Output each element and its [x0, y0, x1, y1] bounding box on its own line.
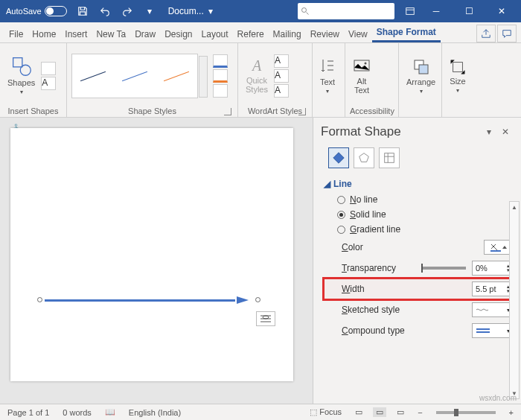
color-label: Color [342, 242, 484, 252]
page-indicator[interactable]: Page 1 of 1 [4, 408, 52, 417]
titlebar: AutoSave ▾ Docum... ▾ ─ ☐ ✕ [0, 0, 521, 22]
print-layout-icon[interactable]: ▭ [373, 407, 386, 417]
dialog-launcher-icon[interactable] [224, 108, 231, 115]
text-btn-label: Text [320, 77, 335, 86]
compound-label: Compound type [342, 325, 472, 336]
watermark: wsxdn.com [479, 394, 517, 402]
search-box[interactable] [298, 3, 394, 19]
tab-design[interactable]: Design [160, 26, 196, 42]
shapes-label: Shapes [7, 78, 35, 87]
svg-point-3 [20, 65, 31, 75]
close-button[interactable]: ✕ [485, 0, 518, 22]
tab-home[interactable]: Home [28, 26, 60, 42]
tab-insert[interactable]: Insert [60, 26, 92, 42]
shape-outline-button[interactable] [213, 69, 228, 83]
tab-layout[interactable]: Layout [197, 26, 233, 42]
group-label-wordart: WordArt Styles [243, 105, 307, 117]
tab-shape-format[interactable]: Shape Format [372, 24, 441, 42]
toggle-off-icon [45, 6, 67, 16]
word-count[interactable]: 0 words [60, 408, 95, 417]
tab-new[interactable]: New Ta [92, 26, 130, 42]
text-direction-button[interactable]: Text ▾ [317, 57, 338, 96]
arrange-button[interactable]: Arrange ▾ [403, 57, 438, 96]
layout-options-button[interactable] [256, 311, 275, 326]
shape-fill-button[interactable] [213, 54, 228, 68]
alt-text-button[interactable]: Alt Text [350, 56, 374, 96]
fill-line-tab[interactable] [328, 147, 349, 168]
size-label: Size [450, 77, 465, 86]
undo-icon[interactable] [95, 1, 115, 21]
solid-line-label: Solid line [350, 209, 386, 220]
language-indicator[interactable]: English (India) [126, 408, 184, 417]
zoom-out-button[interactable]: − [415, 408, 425, 417]
tab-references[interactable]: Refere [233, 26, 269, 42]
read-mode-icon[interactable]: ▭ [352, 407, 365, 417]
transparency-input[interactable]: 0%▴▾ [472, 261, 514, 276]
ribbon-display-icon[interactable] [400, 1, 420, 21]
sketched-picker[interactable]: ▾ [472, 302, 514, 317]
tab-mailings[interactable]: Mailing [269, 26, 306, 42]
text-outline-button[interactable]: A [274, 69, 289, 83]
style-preview-orange[interactable] [160, 61, 193, 91]
minimize-button[interactable]: ─ [420, 0, 453, 22]
radio-checked-icon [337, 211, 345, 219]
panel-options-button[interactable]: ▾ [481, 124, 497, 140]
width-label: Width [342, 284, 472, 294]
transparency-slider[interactable] [421, 267, 466, 270]
shapes-gallery-button[interactable]: Shapes ▾ [4, 54, 38, 97]
zoom-slider[interactable] [436, 411, 496, 414]
size-button[interactable]: Size ▾ [447, 57, 469, 95]
tab-view[interactable]: View [344, 26, 372, 42]
layout-properties-tab[interactable] [379, 147, 400, 168]
document-area[interactable]: ⚓ [0, 118, 313, 404]
text-effects-button[interactable]: A [274, 84, 289, 98]
text-fill-button[interactable]: A [274, 54, 289, 68]
maximize-button[interactable]: ☐ [453, 0, 485, 22]
spellcheck-icon[interactable]: 📖 [102, 407, 118, 417]
panel-scrollbar[interactable]: ▲ ▼ [509, 201, 520, 399]
quick-styles-label: Quick Styles [246, 76, 268, 94]
resize-handle-left[interactable] [37, 297, 42, 302]
panel-close-button[interactable]: ✕ [497, 124, 514, 140]
ribbon: Shapes ▾ A Insert Shapes Shape Sty [0, 43, 521, 118]
save-icon[interactable] [73, 1, 92, 21]
share-button[interactable] [476, 25, 496, 42]
section-label: Line [333, 179, 352, 189]
focus-mode-button[interactable]: ⬚ Focus [307, 407, 345, 417]
workspace: ⚓ Format Shape ▾ ✕ ◢ [0, 118, 521, 404]
radio-no-line[interactable]: No line [324, 192, 514, 207]
comments-button[interactable] [497, 25, 517, 42]
line-section-header[interactable]: ◢ Line [324, 176, 514, 192]
web-layout-icon[interactable]: ▭ [394, 407, 407, 417]
document-name: Docum... [168, 6, 204, 16]
qat-more-icon[interactable]: ▾ [140, 1, 159, 21]
effects-tab[interactable] [354, 147, 374, 168]
width-input[interactable]: 5.5 pt▴▾ [472, 281, 514, 296]
svg-rect-9 [385, 153, 394, 163]
group-label-accessibility: Accessibility [350, 105, 394, 117]
gallery-more-button[interactable] [199, 56, 208, 98]
resize-handle-right[interactable] [255, 297, 260, 302]
quick-styles-button[interactable]: A Quick Styles [243, 56, 271, 95]
dialog-launcher-icon[interactable] [298, 108, 306, 115]
radio-solid-line[interactable]: Solid line [324, 207, 514, 222]
tab-review[interactable]: Review [306, 26, 344, 42]
edit-shape-button[interactable] [41, 62, 56, 75]
zoom-in-button[interactable]: + [506, 408, 517, 417]
selected-arrow-shape[interactable] [40, 298, 249, 302]
redo-icon[interactable] [118, 1, 137, 21]
tab-file[interactable]: File [4, 26, 28, 42]
style-preview-blue[interactable] [118, 61, 151, 91]
radio-gradient-line[interactable]: Gradient line [324, 222, 514, 237]
ribbon-tabs: File Home Insert New Ta Draw Design Layo… [0, 22, 521, 43]
style-preview-dark[interactable] [77, 61, 109, 91]
shape-styles-gallery[interactable] [71, 54, 198, 98]
shape-effects-button[interactable] [213, 84, 228, 98]
scroll-up-icon[interactable]: ▲ [510, 202, 519, 212]
svg-rect-7 [419, 65, 428, 74]
compound-picker[interactable]: ▾ [472, 323, 514, 338]
tab-draw[interactable]: Draw [130, 26, 160, 42]
text-box-button[interactable]: A [41, 77, 56, 90]
autosave-toggle[interactable]: AutoSave [3, 6, 70, 16]
autosave-label: AutoSave [6, 7, 42, 16]
